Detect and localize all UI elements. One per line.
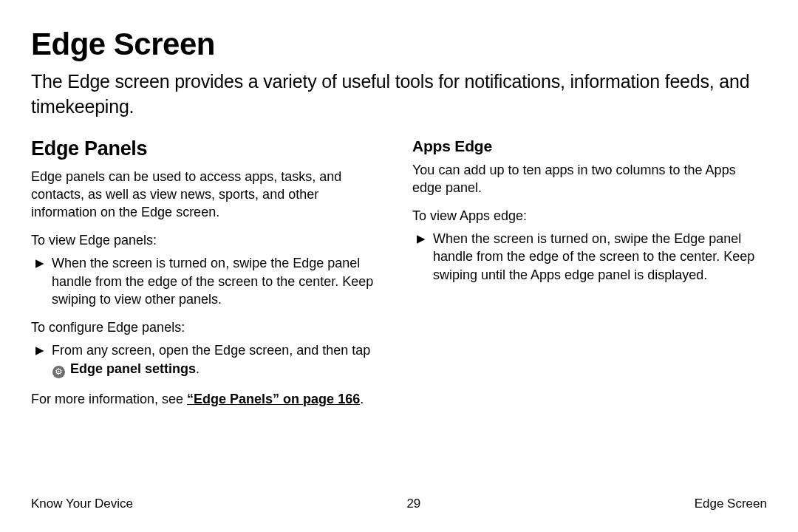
footer-page-number: 29 <box>406 497 420 511</box>
footer-section-name: Know Your Device <box>31 497 133 511</box>
gear-icon: ⚙ <box>52 366 65 378</box>
page-footer: Know Your Device 29 Edge Screen <box>31 497 767 511</box>
view-edge-panels-step: ▶ When the screen is turned on, swipe th… <box>31 254 386 308</box>
view-apps-edge-step: ▶ When the screen is turned on, swipe th… <box>412 230 767 284</box>
edge-panels-heading: Edge Panels <box>31 137 386 160</box>
edge-panel-settings-label: Edge panel settings <box>70 361 196 376</box>
config-step-pre: From any screen, open the Edge screen, a… <box>52 343 370 358</box>
step-arrow-icon: ▶ <box>35 256 44 270</box>
edge-panels-desc: Edge panels can be used to access apps, … <box>31 168 386 222</box>
apps-edge-heading: Apps Edge <box>412 137 767 155</box>
page-title: Edge Screen <box>31 27 767 62</box>
more-info-post: . <box>360 392 364 406</box>
right-column: Apps Edge You can add up to ten apps in … <box>412 137 767 420</box>
more-info-pre: For more information, see <box>31 392 187 406</box>
footer-topic-name: Edge Screen <box>695 497 767 511</box>
apps-edge-desc: You can add up to ten apps in two column… <box>412 161 767 197</box>
two-column-layout: Edge Panels Edge panels can be used to a… <box>31 137 767 420</box>
step-arrow-icon: ▶ <box>417 231 426 246</box>
more-info-line: For more information, see “Edge Panels” … <box>31 390 386 408</box>
configure-edge-panels-lead: To configure Edge panels: <box>31 320 386 335</box>
view-edge-panels-lead: To view Edge panels: <box>31 233 386 248</box>
left-column: Edge Panels Edge panels can be used to a… <box>31 137 386 420</box>
page-intro: The Edge screen provides a variety of us… <box>31 69 767 120</box>
edge-panels-crossref-link[interactable]: “Edge Panels” on page 166 <box>187 392 360 406</box>
view-apps-edge-text: When the screen is turned on, swipe the … <box>433 230 767 284</box>
view-edge-panels-text: When the screen is turned on, swipe the … <box>52 254 386 308</box>
view-apps-edge-lead: To view Apps edge: <box>412 208 767 224</box>
manual-page: Edge Screen The Edge screen provides a v… <box>0 0 798 532</box>
step-arrow-icon: ▶ <box>35 343 44 358</box>
config-step-post: . <box>196 361 200 376</box>
configure-edge-panels-step: ▶ From any screen, open the Edge screen,… <box>31 341 386 378</box>
configure-edge-panels-text: From any screen, open the Edge screen, a… <box>52 341 386 378</box>
